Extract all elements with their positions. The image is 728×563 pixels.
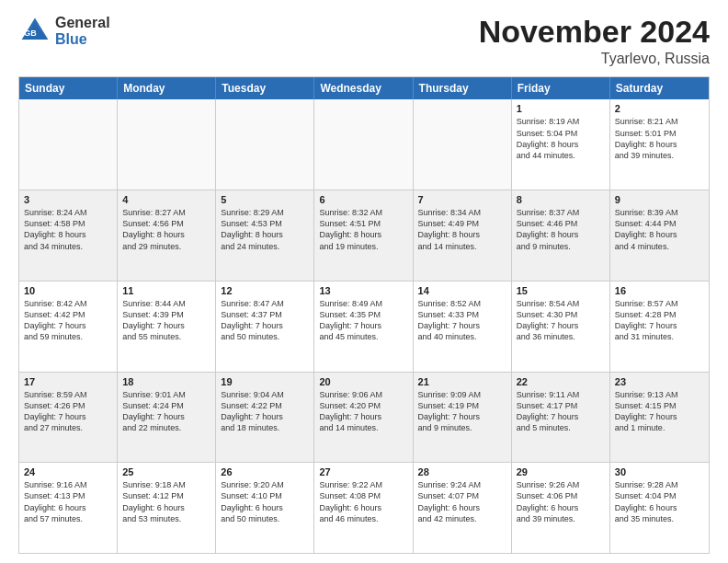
calendar-cell: 3Sunrise: 8:24 AM Sunset: 4:58 PM Daylig… xyxy=(19,190,118,281)
logo-blue: Blue xyxy=(55,31,110,48)
cell-text: Sunrise: 8:47 AM Sunset: 4:37 PM Dayligh… xyxy=(221,298,309,343)
day-number: 30 xyxy=(615,466,704,477)
header: GB General Blue November 2024 Tyarlevo, … xyxy=(18,15,710,67)
calendar-cell: 9Sunrise: 8:39 AM Sunset: 4:44 PM Daylig… xyxy=(610,190,709,281)
calendar-cell xyxy=(314,99,413,190)
day-number: 25 xyxy=(122,466,210,477)
calendar-cell: 17Sunrise: 8:59 AM Sunset: 4:26 PM Dayli… xyxy=(19,373,118,463)
cell-text: Sunrise: 9:01 AM Sunset: 4:24 PM Dayligh… xyxy=(122,389,210,434)
month-title: November 2024 xyxy=(479,15,710,49)
cell-text: Sunrise: 8:32 AM Sunset: 4:51 PM Dayligh… xyxy=(319,207,407,252)
calendar-day-header: Monday xyxy=(118,77,216,99)
day-number: 14 xyxy=(418,285,506,296)
day-number: 19 xyxy=(221,376,309,387)
calendar-cell: 19Sunrise: 9:04 AM Sunset: 4:22 PM Dayli… xyxy=(216,373,314,463)
cell-text: Sunrise: 8:59 AM Sunset: 4:26 PM Dayligh… xyxy=(24,389,112,434)
calendar-cell: 11Sunrise: 8:44 AM Sunset: 4:39 PM Dayli… xyxy=(118,282,216,372)
cell-text: Sunrise: 9:04 AM Sunset: 4:22 PM Dayligh… xyxy=(221,389,309,434)
calendar: SundayMondayTuesdayWednesdayThursdayFrid… xyxy=(18,76,710,554)
calendar-cell: 24Sunrise: 9:16 AM Sunset: 4:13 PM Dayli… xyxy=(19,463,118,553)
cell-text: Sunrise: 8:52 AM Sunset: 4:33 PM Dayligh… xyxy=(418,298,506,343)
cell-text: Sunrise: 8:29 AM Sunset: 4:53 PM Dayligh… xyxy=(221,207,309,252)
calendar-cell: 7Sunrise: 8:34 AM Sunset: 4:49 PM Daylig… xyxy=(414,190,512,281)
calendar-cell: 20Sunrise: 9:06 AM Sunset: 4:20 PM Dayli… xyxy=(314,373,413,463)
cell-text: Sunrise: 8:54 AM Sunset: 4:30 PM Dayligh… xyxy=(517,298,605,343)
calendar-cell xyxy=(118,99,216,190)
calendar-day-header: Friday xyxy=(512,77,610,99)
cell-text: Sunrise: 8:24 AM Sunset: 4:58 PM Dayligh… xyxy=(24,207,112,252)
cell-text: Sunrise: 9:20 AM Sunset: 4:10 PM Dayligh… xyxy=(221,479,309,524)
location: Tyarlevo, Russia xyxy=(479,51,710,67)
calendar-cell xyxy=(216,99,314,190)
cell-text: Sunrise: 9:11 AM Sunset: 4:17 PM Dayligh… xyxy=(517,389,605,434)
day-number: 27 xyxy=(319,466,407,477)
calendar-cell: 14Sunrise: 8:52 AM Sunset: 4:33 PM Dayli… xyxy=(414,282,512,372)
day-number: 8 xyxy=(517,194,605,205)
cell-text: Sunrise: 8:44 AM Sunset: 4:39 PM Dayligh… xyxy=(122,298,210,343)
day-number: 26 xyxy=(221,466,309,477)
calendar-cell xyxy=(19,99,118,190)
day-number: 18 xyxy=(122,376,210,387)
day-number: 20 xyxy=(319,376,407,387)
calendar-cell: 23Sunrise: 9:13 AM Sunset: 4:15 PM Dayli… xyxy=(610,373,709,463)
calendar-cell: 22Sunrise: 9:11 AM Sunset: 4:17 PM Dayli… xyxy=(512,373,610,463)
calendar-row: 3Sunrise: 8:24 AM Sunset: 4:58 PM Daylig… xyxy=(19,190,709,281)
calendar-cell: 6Sunrise: 8:32 AM Sunset: 4:51 PM Daylig… xyxy=(314,190,413,281)
calendar-row: 1Sunrise: 8:19 AM Sunset: 5:04 PM Daylig… xyxy=(19,99,709,190)
calendar-cell: 4Sunrise: 8:27 AM Sunset: 4:56 PM Daylig… xyxy=(118,190,216,281)
calendar-cell: 2Sunrise: 8:21 AM Sunset: 5:01 PM Daylig… xyxy=(610,99,709,190)
calendar-row: 24Sunrise: 9:16 AM Sunset: 4:13 PM Dayli… xyxy=(19,462,709,553)
day-number: 9 xyxy=(615,194,704,205)
calendar-cell: 8Sunrise: 8:37 AM Sunset: 4:46 PM Daylig… xyxy=(512,190,610,281)
calendar-cell: 16Sunrise: 8:57 AM Sunset: 4:28 PM Dayli… xyxy=(610,282,709,372)
cell-text: Sunrise: 8:42 AM Sunset: 4:42 PM Dayligh… xyxy=(24,298,112,343)
calendar-day-header: Saturday xyxy=(610,77,709,99)
calendar-day-header: Thursday xyxy=(414,77,512,99)
logo-text: General Blue xyxy=(55,15,110,47)
calendar-cell: 10Sunrise: 8:42 AM Sunset: 4:42 PM Dayli… xyxy=(19,282,118,372)
calendar-cell: 18Sunrise: 9:01 AM Sunset: 4:24 PM Dayli… xyxy=(118,373,216,463)
svg-text:GB: GB xyxy=(24,29,37,38)
calendar-cell: 12Sunrise: 8:47 AM Sunset: 4:37 PM Dayli… xyxy=(216,282,314,372)
logo-general: General xyxy=(55,15,110,31)
cell-text: Sunrise: 9:26 AM Sunset: 4:06 PM Dayligh… xyxy=(517,479,605,524)
calendar-header: SundayMondayTuesdayWednesdayThursdayFrid… xyxy=(19,77,709,99)
day-number: 29 xyxy=(517,466,605,477)
cell-text: Sunrise: 8:34 AM Sunset: 4:49 PM Dayligh… xyxy=(418,207,506,252)
logo: GB General Blue xyxy=(18,15,110,48)
title-block: November 2024 Tyarlevo, Russia xyxy=(479,15,710,67)
calendar-cell xyxy=(414,99,512,190)
cell-text: Sunrise: 8:27 AM Sunset: 4:56 PM Dayligh… xyxy=(122,207,210,252)
calendar-cell: 29Sunrise: 9:26 AM Sunset: 4:06 PM Dayli… xyxy=(512,463,610,553)
calendar-cell: 30Sunrise: 9:28 AM Sunset: 4:04 PM Dayli… xyxy=(610,463,709,553)
calendar-row: 17Sunrise: 8:59 AM Sunset: 4:26 PM Dayli… xyxy=(19,372,709,463)
calendar-day-header: Sunday xyxy=(19,77,118,99)
cell-text: Sunrise: 8:39 AM Sunset: 4:44 PM Dayligh… xyxy=(615,207,704,252)
day-number: 11 xyxy=(122,285,210,296)
calendar-cell: 26Sunrise: 9:20 AM Sunset: 4:10 PM Dayli… xyxy=(216,463,314,553)
day-number: 17 xyxy=(24,376,112,387)
day-number: 12 xyxy=(221,285,309,296)
cell-text: Sunrise: 8:19 AM Sunset: 5:04 PM Dayligh… xyxy=(517,116,605,161)
calendar-cell: 15Sunrise: 8:54 AM Sunset: 4:30 PM Dayli… xyxy=(512,282,610,372)
calendar-body: 1Sunrise: 8:19 AM Sunset: 5:04 PM Daylig… xyxy=(19,99,709,553)
day-number: 13 xyxy=(319,285,407,296)
logo-icon: GB xyxy=(18,15,51,48)
cell-text: Sunrise: 9:28 AM Sunset: 4:04 PM Dayligh… xyxy=(615,479,704,524)
day-number: 21 xyxy=(418,376,506,387)
calendar-cell: 27Sunrise: 9:22 AM Sunset: 4:08 PM Dayli… xyxy=(314,463,413,553)
calendar-day-header: Wednesday xyxy=(314,77,413,99)
cell-text: Sunrise: 9:09 AM Sunset: 4:19 PM Dayligh… xyxy=(418,389,506,434)
day-number: 24 xyxy=(24,466,112,477)
day-number: 7 xyxy=(418,194,506,205)
day-number: 5 xyxy=(221,194,309,205)
day-number: 10 xyxy=(24,285,112,296)
cell-text: Sunrise: 9:06 AM Sunset: 4:20 PM Dayligh… xyxy=(319,389,407,434)
day-number: 4 xyxy=(122,194,210,205)
cell-text: Sunrise: 9:18 AM Sunset: 4:12 PM Dayligh… xyxy=(122,479,210,524)
day-number: 6 xyxy=(319,194,407,205)
cell-text: Sunrise: 9:24 AM Sunset: 4:07 PM Dayligh… xyxy=(418,479,506,524)
calendar-cell: 1Sunrise: 8:19 AM Sunset: 5:04 PM Daylig… xyxy=(512,99,610,190)
day-number: 16 xyxy=(615,285,704,296)
page: GB General Blue November 2024 Tyarlevo, … xyxy=(0,0,728,563)
